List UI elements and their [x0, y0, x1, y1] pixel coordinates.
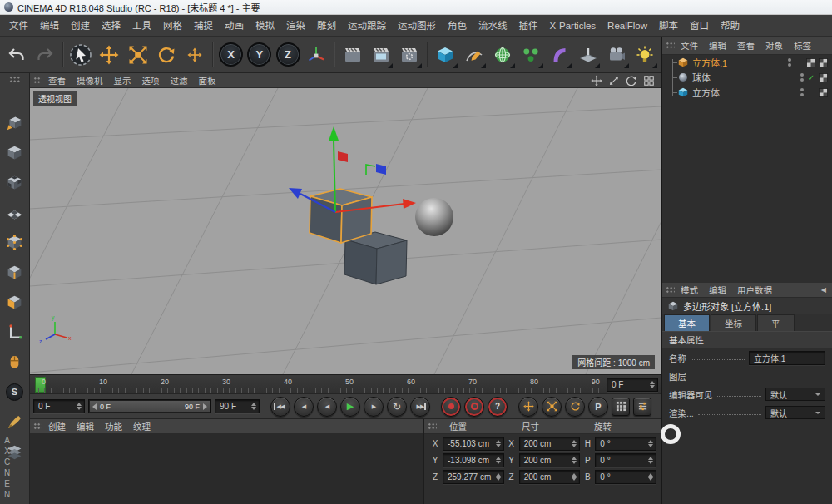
object-manager-menu-item[interactable]: 文件: [676, 38, 703, 53]
object-manager-menu-item[interactable]: 编辑: [704, 38, 731, 53]
render-settings-button[interactable]: [395, 39, 423, 71]
array-generator-button[interactable]: [518, 39, 545, 71]
redo-button[interactable]: [31, 39, 58, 71]
menu-item[interactable]: 渲染: [280, 15, 311, 37]
viewport-menu-item[interactable]: 查看: [43, 73, 71, 88]
viewport-menu-item[interactable]: 选项: [137, 73, 165, 88]
workplane-mode-button[interactable]: [3, 201, 27, 223]
material-menu-item[interactable]: 编辑: [72, 419, 99, 434]
spinner-icon[interactable]: [646, 440, 653, 447]
points-mode-button[interactable]: [3, 231, 27, 253]
sidebar-grip[interactable]: [9, 76, 21, 83]
layers-button[interactable]: [3, 441, 27, 462]
menu-item[interactable]: 插件: [513, 15, 544, 37]
key-position-filter[interactable]: [518, 397, 538, 417]
spinner-icon[interactable]: [493, 473, 501, 481]
coordinate-system-toggle[interactable]: [303, 39, 330, 71]
history-back-icon[interactable]: ◀: [821, 286, 829, 294]
menu-item[interactable]: 运动图形: [392, 15, 442, 37]
rotation-b-field[interactable]: 0 °: [595, 470, 656, 484]
visibility-dots-icon[interactable]: [788, 58, 791, 67]
menu-item[interactable]: 工具: [126, 15, 157, 37]
object-manager-menu-item[interactable]: 标签: [789, 38, 816, 53]
primitive-cube-button[interactable]: [432, 39, 459, 71]
size-y-field[interactable]: 200 cm: [519, 453, 581, 467]
viewport-menu-item[interactable]: 过滤: [166, 73, 193, 88]
viewport-menu-item[interactable]: 显示: [109, 73, 136, 88]
timeline-options-button[interactable]: [633, 398, 651, 416]
menu-item[interactable]: 创建: [65, 15, 96, 37]
material-list-empty[interactable]: [30, 434, 423, 504]
uvw-tag-icon[interactable]: [819, 88, 828, 97]
spinner-icon[interactable]: [569, 457, 577, 464]
menu-item[interactable]: 运动跟踪: [342, 15, 392, 37]
key-rotation-filter[interactable]: [565, 397, 585, 417]
object-name[interactable]: 立方体: [692, 86, 720, 99]
model-mode-button[interactable]: [3, 141, 27, 163]
x-axis-lock[interactable]: X: [217, 39, 245, 71]
object-name[interactable]: 立方体.1: [692, 56, 727, 69]
make-editable-button[interactable]: [3, 111, 27, 133]
timeline-ruler[interactable]: 0102030405060708090 0 F: [30, 374, 661, 394]
object-list[interactable]: 立方体.1 球体 ✓: [662, 55, 832, 283]
attribute-grip[interactable]: [666, 286, 675, 294]
subdivision-surface-button[interactable]: [488, 39, 516, 71]
range-handle-right[interactable]: [203, 403, 207, 410]
spinner-icon[interactable]: [569, 440, 577, 447]
object-row[interactable]: 立方体: [662, 85, 832, 100]
menu-item[interactable]: 雕刻: [311, 15, 342, 37]
loop-mode-button[interactable]: ↻: [387, 397, 407, 417]
prev-frame-button[interactable]: ◀: [317, 397, 337, 417]
viewport-menu-item[interactable]: 摄像机: [72, 73, 108, 88]
autokey-button[interactable]: [464, 397, 484, 417]
material-menu-item[interactable]: 纹理: [128, 419, 156, 434]
visibility-dots-icon[interactable]: [800, 88, 804, 96]
move-tool[interactable]: [96, 39, 123, 71]
next-frame-button[interactable]: ▶: [364, 397, 384, 417]
polygons-mode-button[interactable]: [3, 291, 27, 313]
range-handle-left[interactable]: [92, 403, 97, 410]
spinner-icon[interactable]: [646, 457, 653, 464]
object-row[interactable]: 立方体.1: [662, 55, 832, 70]
menu-item[interactable]: 动画: [219, 15, 250, 37]
sphere-object[interactable]: [415, 198, 453, 236]
prev-key-button[interactable]: ◀: [294, 397, 314, 417]
viewport-menu-item[interactable]: 面板: [194, 73, 221, 88]
size-x-field[interactable]: 200 cm: [519, 437, 581, 451]
visibility-dots-icon[interactable]: [800, 73, 804, 82]
uvw-tag-icon[interactable]: [819, 58, 828, 67]
environment-button[interactable]: [574, 39, 602, 71]
viewport-orbit-button[interactable]: [623, 74, 639, 87]
material-menu-item[interactable]: 功能: [100, 419, 127, 434]
texture-mode-button[interactable]: [3, 171, 27, 193]
play-button[interactable]: ▶: [340, 397, 360, 417]
spinner-icon[interactable]: [647, 381, 655, 388]
size-z-field[interactable]: 200 cm: [519, 470, 581, 484]
position-x-field[interactable]: -55.103 cm: [443, 437, 504, 451]
attribute-menu-item[interactable]: 编辑: [704, 283, 731, 298]
key-parameter-filter[interactable]: P: [588, 397, 608, 417]
menu-item[interactable]: 选择: [96, 15, 126, 37]
menu-item[interactable]: 角色: [442, 15, 473, 37]
attribute-menu-item[interactable]: 模式: [676, 283, 703, 298]
uvw-tag-icon[interactable]: [806, 58, 815, 67]
object-name[interactable]: 球体: [692, 71, 711, 84]
paint-button[interactable]: [3, 411, 27, 432]
object-manager-menu-item[interactable]: 对象: [760, 38, 788, 53]
viewport-pan-button[interactable]: [588, 74, 604, 87]
position-z-field[interactable]: 259.277 cm: [443, 470, 504, 484]
keyframe-selection-button[interactable]: [612, 398, 630, 416]
viewport-canvas[interactable]: x y z: [30, 88, 661, 374]
object-row[interactable]: 球体 ✓: [662, 70, 832, 85]
menu-item[interactable]: 脚本: [653, 15, 684, 37]
goto-start-button[interactable]: ◀◀: [270, 397, 290, 417]
last-used-tool[interactable]: [181, 39, 209, 71]
spinner-icon[interactable]: [493, 457, 501, 464]
keyframe-help-button[interactable]: ?: [488, 397, 508, 417]
editor-visible-dropdown[interactable]: 默认: [765, 388, 825, 401]
viewport-quad-button[interactable]: [641, 74, 656, 87]
live-selection-tool[interactable]: [67, 39, 95, 71]
axis-mode-button[interactable]: [3, 321, 27, 343]
menu-item[interactable]: 网格: [157, 15, 188, 37]
menu-item[interactable]: 流水线: [473, 15, 513, 37]
